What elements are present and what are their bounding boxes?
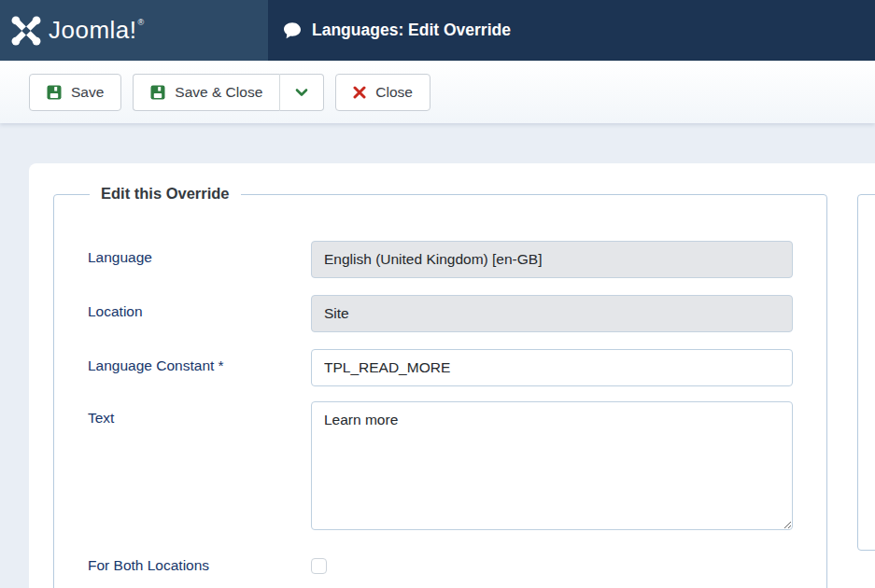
- location-label: Location: [88, 295, 311, 332]
- text-field-row: Text Learn more: [88, 401, 826, 534]
- logo-text: Joomla!®: [49, 16, 145, 45]
- language-constant-label: Language Constant *: [88, 349, 311, 386]
- toolbar: Save Save & Close Close: [0, 61, 875, 123]
- for-both-locations-label: For Both Locations: [88, 557, 311, 578]
- fieldset-legend: Edit this Override: [90, 185, 241, 203]
- side-fieldset: [857, 194, 875, 551]
- content-area: Edit this Override Language Location Lan…: [0, 123, 875, 588]
- constant-field-row: Language Constant *: [88, 349, 826, 386]
- comment-icon: [283, 21, 302, 40]
- chevron-down-icon: [294, 85, 309, 100]
- close-button-label: Close: [375, 84, 413, 101]
- save-icon: [47, 85, 62, 100]
- close-icon: [353, 86, 366, 99]
- both-locations-field-row: For Both Locations: [88, 557, 826, 578]
- save-icon: [150, 85, 165, 100]
- save-and-close-button-label: Save & Close: [175, 84, 262, 101]
- save-and-close-button[interactable]: Save & Close: [133, 74, 279, 111]
- save-button[interactable]: Save: [29, 74, 121, 111]
- text-label: Text: [88, 401, 311, 534]
- save-close-button-group: Save & Close: [133, 74, 324, 111]
- save-button-label: Save: [71, 84, 104, 101]
- language-label: Language: [88, 241, 311, 278]
- for-both-locations-checkbox[interactable]: [311, 558, 327, 574]
- language-input: [311, 241, 793, 278]
- text-textarea[interactable]: Learn more: [311, 401, 793, 530]
- close-button[interactable]: Close: [335, 74, 430, 111]
- location-input: [311, 295, 793, 332]
- header: Joomla!® Languages: Edit Override: [0, 0, 875, 61]
- page: { "header": { "logo_text": "Joomla!", "l…: [0, 0, 875, 588]
- location-field-row: Location: [88, 295, 826, 332]
- language-constant-input[interactable]: [311, 349, 793, 386]
- edit-override-card: Edit this Override Language Location Lan…: [29, 163, 875, 588]
- title-bar: Languages: Edit Override: [268, 0, 875, 61]
- edit-override-fieldset: Edit this Override Language Location Lan…: [53, 194, 827, 588]
- save-actions-dropdown-toggle[interactable]: [279, 74, 324, 111]
- language-field-row: Language: [88, 241, 826, 278]
- logo-area: Joomla!®: [0, 0, 268, 61]
- logo-trademark: ®: [138, 18, 145, 27]
- page-title: Languages: Edit Override: [312, 21, 511, 40]
- joomla-logo-icon: [10, 15, 42, 47]
